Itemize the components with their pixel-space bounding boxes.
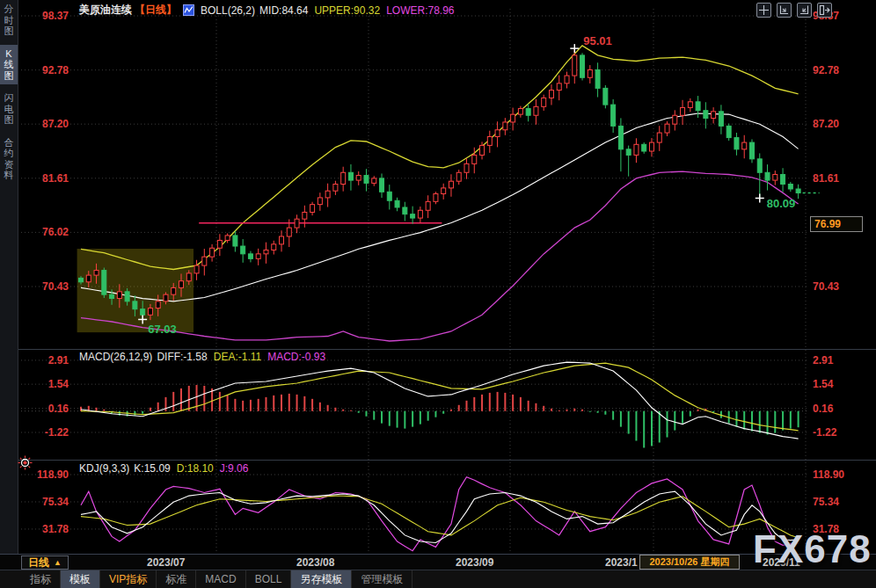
macd-axis-label-left: -1.22 bbox=[19, 426, 69, 439]
boll-lower-value: LOWER:78.96 bbox=[386, 4, 454, 17]
macd-header: MACD(26,12,9) DIFF:-1.58 DEA:-1.11 MACD:… bbox=[79, 351, 325, 363]
sidebar-item-分时图[interactable]: 分时图 bbox=[0, 0, 18, 40]
period-label: 日线 bbox=[28, 555, 49, 570]
macd-value: MACD:-0.93 bbox=[267, 351, 325, 363]
macd-axis-label-right: -1.22 bbox=[813, 426, 836, 439]
left-sidebar: 分时图K线图闪电图合约资料 bbox=[0, 0, 18, 554]
kdj-d-value: D:18.10 bbox=[177, 462, 214, 475]
indicator-settings-icon[interactable] bbox=[18, 455, 33, 470]
kdj-axis-label-right: 75.34 bbox=[813, 496, 839, 508]
tab-VIP指标[interactable]: VIP指标 bbox=[100, 570, 157, 588]
crosshair-pan-icon[interactable] bbox=[756, 3, 771, 18]
date-label: 2023/1 bbox=[605, 556, 638, 569]
axis-scale-right-icon[interactable] bbox=[797, 3, 812, 18]
price-annotation: 95.01 bbox=[583, 34, 612, 47]
macd-axis-label-left: 0.16 bbox=[19, 403, 69, 415]
price-annotation: 67.03 bbox=[148, 323, 177, 336]
main-axis-label-left: 81.61 bbox=[19, 172, 69, 185]
axis-scale-left-icon[interactable] bbox=[777, 3, 792, 18]
main-axis-label-right: 92.78 bbox=[813, 64, 839, 76]
chart-canvas[interactable] bbox=[0, 0, 876, 588]
symbol-name: 美原油连续 bbox=[79, 3, 132, 18]
sidebar-item-K线图[interactable]: K线图 bbox=[0, 45, 18, 85]
kdj-axis-label-right: 118.90 bbox=[813, 468, 844, 481]
main-axis-label-left: 87.20 bbox=[19, 118, 69, 130]
tab-另存模板[interactable]: 另存模板 bbox=[291, 570, 352, 588]
kdj-axis-label-left: 31.78 bbox=[19, 523, 69, 535]
kdj-j-value: J:9.06 bbox=[220, 462, 249, 475]
crosshair-date-tag: 2023/10/26 星期四 bbox=[639, 555, 740, 570]
period-tag: 【日线】 bbox=[135, 3, 177, 18]
bottom-tab-bar: 指标模板VIP指标标准MACDBOLL另存模板管理模板 bbox=[0, 570, 876, 588]
period-selector[interactable]: 日线 ▲ bbox=[21, 555, 69, 570]
tab-模板[interactable]: 模板 bbox=[61, 570, 100, 588]
boll-upper-value: UPPER:90.32 bbox=[314, 4, 380, 17]
macd-axis-label-right: 1.54 bbox=[813, 378, 833, 390]
tab-MACD[interactable]: MACD bbox=[196, 570, 245, 588]
date-label: 2023/07 bbox=[147, 556, 185, 569]
main-axis-label-left: 98.37 bbox=[19, 10, 69, 22]
indicator-chart-icon[interactable] bbox=[183, 4, 194, 16]
kdj-header: KDJ(9,3,3) K:15.09 D:18.10 J:9.06 bbox=[79, 462, 248, 475]
macd-dea-value: DEA:-1.11 bbox=[214, 351, 261, 363]
main-axis-label-right: 87.20 bbox=[813, 118, 839, 130]
kdj-axis-label-left: 118.90 bbox=[19, 468, 69, 481]
tab-指标[interactable]: 指标 bbox=[21, 570, 61, 588]
price-annotation: 80.09 bbox=[767, 197, 796, 210]
time-axis: 日线 ▲ 2023/072023/082023/092023/12023/11 … bbox=[0, 554, 876, 570]
sidebar-item-合约资料[interactable]: 合约资料 bbox=[0, 134, 18, 185]
main-axis-label-left: 92.78 bbox=[19, 64, 69, 76]
boll-mid-value: MID:84.64 bbox=[259, 4, 308, 17]
fx678-watermark: FX678 bbox=[753, 527, 872, 571]
tab-管理模板[interactable]: 管理模板 bbox=[352, 570, 412, 588]
main-axis-label-left: 70.43 bbox=[19, 280, 69, 293]
chevron-up-icon: ▲ bbox=[54, 558, 62, 567]
hline-price-tag: 76.99 bbox=[810, 216, 863, 232]
tab-BOLL[interactable]: BOLL bbox=[246, 570, 292, 588]
exit-chart-icon[interactable] bbox=[817, 3, 832, 18]
main-axis-label-left: 76.02 bbox=[19, 226, 69, 238]
trading-terminal: 分时图K线图闪电图合约资料 美原油连续 【日线】 BOLL(26,2) MID:… bbox=[0, 0, 876, 588]
chart-toolbar bbox=[756, 3, 832, 18]
date-label: 2023/09 bbox=[456, 556, 493, 569]
date-label: 2023/08 bbox=[296, 556, 334, 569]
macd-title: MACD(26,12,9) bbox=[79, 351, 152, 363]
kdj-axis-label-left: 75.34 bbox=[19, 496, 69, 508]
macd-axis-label-right: 2.91 bbox=[813, 354, 833, 367]
kdj-title: KDJ(9,3,3) bbox=[79, 462, 129, 475]
boll-params: BOLL(26,2) bbox=[201, 4, 255, 17]
tab-标准[interactable]: 标准 bbox=[157, 570, 196, 588]
main-axis-label-right: 81.61 bbox=[813, 172, 839, 185]
macd-diff-value: DIFF:-1.58 bbox=[157, 351, 207, 363]
kdj-k-value: K:15.09 bbox=[134, 462, 170, 475]
macd-axis-label-right: 0.16 bbox=[813, 403, 833, 415]
sidebar-item-闪电图[interactable]: 闪电图 bbox=[0, 89, 18, 129]
main-axis-label-right: 70.43 bbox=[813, 280, 839, 293]
macd-axis-label-left: 1.54 bbox=[19, 378, 69, 390]
macd-axis-label-left: 2.91 bbox=[19, 354, 69, 367]
main-chart-header: 美原油连续 【日线】 BOLL(26,2) MID:84.64 UPPER:90… bbox=[79, 3, 455, 18]
